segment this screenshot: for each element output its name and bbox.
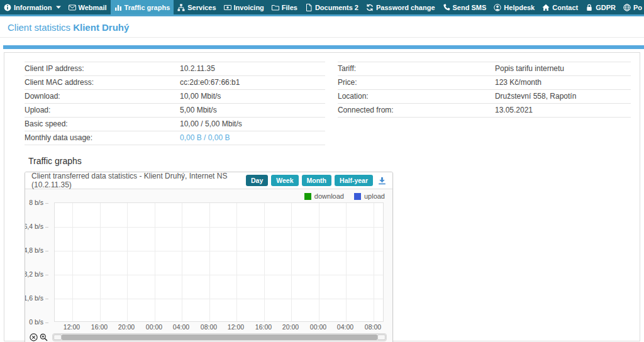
- info-label: Upload:: [25, 104, 180, 118]
- nav-item-gdpr[interactable]: GDPR: [582, 0, 619, 14]
- table-row: Connected from:13.05.2021: [338, 104, 631, 118]
- chart-scrollbar[interactable]: [52, 333, 387, 341]
- scrollbar-right-handle[interactable]: [377, 334, 386, 340]
- info-circle-icon: [4, 4, 11, 11]
- plot-area[interactable]: [54, 202, 384, 322]
- page-title-prefix: Client statistics: [8, 22, 70, 33]
- refresh-icon: [366, 4, 374, 11]
- info-value: Popis tarifu internetu: [495, 62, 631, 76]
- nav-item-label: GDPR: [596, 4, 616, 11]
- y-tick-label: 8 b/s: [29, 199, 48, 206]
- gridline-vertical: [127, 203, 128, 321]
- table-row: Price:123 Kč/month: [338, 76, 631, 90]
- nav-item-label: Information: [14, 4, 52, 11]
- x-axis: 12:0016:0020:0000:0004:0008:0012:0016:00…: [54, 322, 384, 332]
- nav-item-label: Contact: [552, 4, 578, 11]
- info-value: 10,00 / 5,00 Mbit/s: [180, 118, 325, 131]
- nav-item-send-sms[interactable]: Send SMS: [439, 0, 491, 14]
- nav-item-label: Invoicing: [234, 4, 264, 11]
- gridline-vertical: [264, 203, 265, 321]
- gridline-horizontal: [55, 275, 383, 275]
- nav-item-files[interactable]: Files: [268, 0, 301, 14]
- section-title: Traffic graphs: [28, 156, 631, 166]
- gridline-horizontal: [55, 227, 383, 228]
- info-label: Download:: [25, 90, 180, 104]
- info-value: cc:2d:e0:67:66:b1: [180, 76, 325, 90]
- nav-item-traffic-graphs[interactable]: Traffic graphs: [111, 0, 174, 14]
- range-button-half-year[interactable]: Half-year: [335, 175, 373, 186]
- headset-icon: [494, 4, 501, 11]
- range-button-month[interactable]: Month: [302, 175, 332, 186]
- info-label: Basic speed:: [25, 118, 180, 131]
- gridline-vertical: [155, 203, 155, 321]
- phone-icon: [443, 4, 450, 11]
- table-row: Tariff:Popis tarifu internetu: [338, 62, 631, 76]
- legend-item-upload: upload: [354, 192, 385, 200]
- range-button-day[interactable]: Day: [246, 175, 268, 186]
- y-tick-label: 0 b/s: [29, 318, 48, 326]
- nav-item-information[interactable]: Information: [0, 0, 65, 14]
- chart-header: Client transferred data statistics - Kli…: [25, 172, 392, 189]
- x-tick-label: 20:00: [118, 323, 135, 331]
- nav-item-contact[interactable]: Contact: [538, 0, 582, 14]
- y-axis: 8 b/s6,4 b/s4,8 b/s3,2 b/s1,6 b/s0 b/s: [25, 202, 54, 322]
- reset-zoom-icon[interactable]: [30, 333, 38, 341]
- legend-swatch-download: [304, 193, 311, 200]
- y-tick-label: 6,4 b/s: [25, 223, 48, 230]
- legend-label: upload: [364, 192, 385, 200]
- bar-chart-icon: [114, 4, 122, 11]
- chart-controls: [25, 332, 392, 342]
- y-tick-label: 1,6 b/s: [25, 294, 48, 302]
- info-value[interactable]: 0,00 B / 0,00 B: [180, 131, 325, 145]
- lock-icon: [586, 4, 593, 11]
- info-value: 5,00 Mbit/s: [180, 104, 325, 118]
- download-icon[interactable]: [378, 177, 386, 185]
- nav-item-webmail[interactable]: Webmail: [65, 0, 111, 14]
- nav-item-documents-2[interactable]: Documents 2: [301, 0, 362, 14]
- table-row: Upload:5,00 Mbit/s: [25, 104, 325, 118]
- info-value: 10,00 Mbit/s: [180, 90, 325, 104]
- page-title: Client statistics Klient Druhý: [8, 22, 636, 33]
- info-label: Tariff:: [338, 62, 495, 76]
- info-value: 10.2.11.35: [180, 62, 325, 76]
- scrollbar-left-handle[interactable]: [53, 334, 62, 340]
- x-tick-label: 12:00: [64, 323, 80, 331]
- gridline-vertical: [346, 203, 347, 321]
- gridline-vertical: [100, 203, 101, 321]
- info-label: Connected from:: [338, 104, 495, 118]
- nav-item-po-login[interactable]: Po login: [619, 0, 644, 14]
- range-button-week[interactable]: Week: [271, 175, 298, 186]
- scrollbar-range[interactable]: [62, 334, 377, 340]
- x-tick-label: 20:00: [282, 323, 299, 331]
- info-value: 13.05.2021: [495, 104, 631, 118]
- x-tick-label: 04:00: [173, 323, 189, 331]
- x-tick-label: 08:00: [365, 323, 381, 331]
- globe-icon: [623, 4, 631, 11]
- nav-item-password-change[interactable]: Password change: [362, 0, 439, 14]
- info-label: Client IP address:: [25, 62, 180, 76]
- y-tick-label: 3,2 b/s: [25, 270, 48, 278]
- envelope-icon: [69, 4, 76, 11]
- x-tick-label: 16:00: [91, 323, 108, 331]
- nav-item-label: Password change: [376, 4, 435, 11]
- client-info-table-left: Client IP address:10.2.11.35Client MAC a…: [25, 62, 325, 145]
- gridline-vertical: [236, 203, 237, 321]
- gridline-vertical: [319, 203, 319, 321]
- nav-item-invoicing[interactable]: Invoicing: [220, 0, 268, 14]
- table-row: Download:10,00 Mbit/s: [25, 90, 325, 104]
- nav-item-services[interactable]: Services: [174, 0, 219, 14]
- content-panel: Client IP address:10.2.11.35Client MAC a…: [4, 52, 640, 341]
- top-navbar: InformationWebmailTraffic graphsServices…: [0, 0, 644, 16]
- x-tick-label: 04:00: [337, 323, 353, 331]
- nav-item-helpdesk[interactable]: Helpdesk: [490, 0, 538, 14]
- legend-label: download: [314, 192, 344, 200]
- nav-item-label: Documents 2: [315, 4, 358, 11]
- legend-swatch-upload: [354, 193, 361, 200]
- table-row: Basic speed:10,00 / 5,00 Mbit/s: [25, 118, 325, 131]
- nav-item-label: Services: [187, 4, 216, 11]
- zoom-in-icon[interactable]: [40, 333, 48, 341]
- sitemap-icon: [177, 4, 185, 11]
- chart-legend: downloadupload: [25, 189, 392, 202]
- table-row: Client MAC address:cc:2d:e0:67:66:b1: [25, 76, 325, 90]
- client-name: Klient Druhý: [73, 22, 129, 33]
